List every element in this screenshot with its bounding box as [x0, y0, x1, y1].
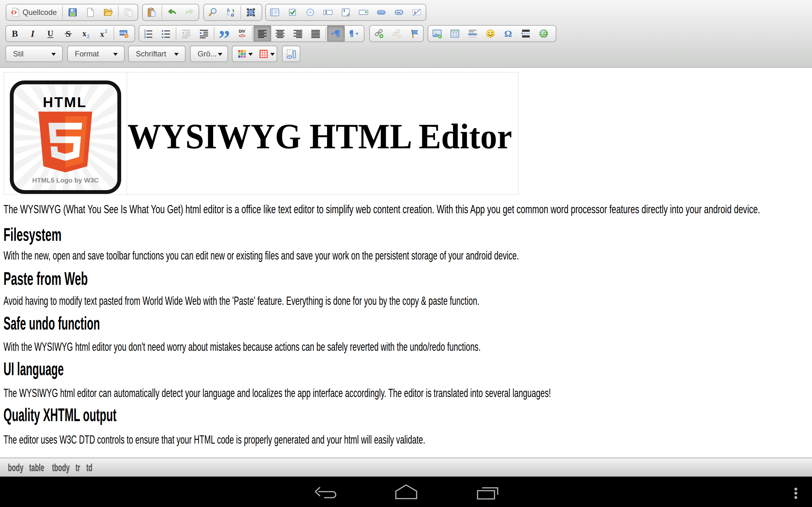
svg-text:Ω: Ω	[504, 29, 512, 39]
svg-text:I: I	[325, 10, 327, 15]
svg-text:x: x	[100, 30, 104, 38]
svg-text:I: I	[31, 29, 35, 39]
svg-text:2: 2	[87, 34, 90, 39]
svg-text:</>: </>	[239, 33, 246, 38]
svg-text:b: b	[227, 7, 230, 13]
svg-text:2: 2	[105, 29, 107, 34]
svg-text:”: ”	[219, 29, 229, 39]
svg-text:B: B	[12, 29, 18, 39]
svg-text:x: x	[83, 29, 87, 38]
svg-text:3: 3	[144, 36, 146, 39]
svg-text:I: I	[343, 8, 345, 13]
svg-text:U: U	[48, 29, 54, 38]
